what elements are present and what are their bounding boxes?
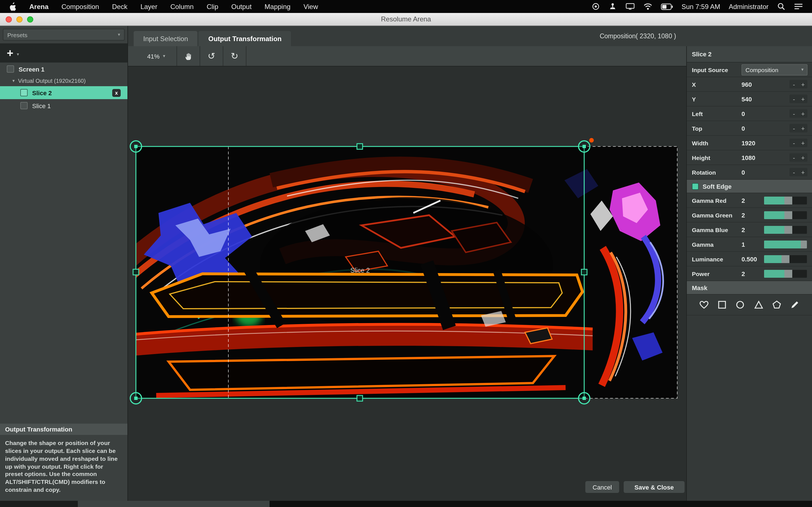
gamma-red-value[interactable]: 2 — [742, 197, 764, 204]
top-label: Top — [692, 125, 742, 131]
mask-triangle-icon[interactable] — [753, 300, 764, 310]
zoom-chevron-down-icon: ▾ — [163, 54, 165, 59]
battery-icon[interactable] — [661, 3, 673, 10]
mask-pentagon-icon[interactable] — [771, 300, 782, 310]
menu-clock[interactable]: Sun 7:59 AM — [681, 3, 720, 10]
soft-edge-header: Soft Edge — [687, 180, 812, 193]
gamma-blue-value[interactable]: 2 — [742, 226, 764, 233]
height-value[interactable]: 1080 — [742, 154, 790, 161]
notification-list-icon[interactable] — [794, 3, 803, 10]
tree-item-slice-2[interactable]: Slice 2 x — [0, 86, 128, 99]
top-value[interactable]: 0 — [742, 125, 790, 131]
input-source-value: Composition — [746, 66, 778, 73]
screen-recording-icon[interactable] — [591, 2, 600, 11]
tab-output-transformation[interactable]: Output Transformation — [199, 31, 291, 46]
gamma-label: Gamma — [692, 241, 742, 247]
gamma-green-label: Gamma Green — [692, 212, 742, 218]
output-canvas[interactable]: Slice 2 Cancel Save & Close — [128, 66, 686, 501]
save-close-button[interactable]: Save & Close — [624, 481, 684, 493]
add-chevron-down-icon[interactable]: ▾ — [17, 52, 19, 57]
increment-button[interactable]: + — [799, 153, 808, 162]
mask-pencil-icon[interactable] — [790, 300, 801, 310]
decrement-button[interactable]: - — [790, 168, 799, 176]
soft-edge-checkbox[interactable] — [692, 183, 699, 189]
wifi-icon[interactable] — [643, 3, 652, 10]
remove-slice-button[interactable]: x — [112, 89, 121, 97]
power-value[interactable]: 2 — [742, 270, 764, 277]
gamma-red-slider[interactable] — [764, 196, 807, 204]
decrement-button[interactable]: - — [790, 153, 799, 162]
menu-item-arena[interactable]: Arena — [29, 3, 49, 10]
presets-dropdown[interactable]: Presets ▾ — [3, 29, 124, 41]
add-button[interactable]: + — [7, 47, 13, 59]
tree-item-virtual-output[interactable]: ▾ Virtual Output (1920x2160) — [0, 75, 128, 86]
undo-icon: ↺ — [208, 51, 215, 61]
gamma-green-row: Gamma Green 2 — [687, 208, 812, 223]
increment-button[interactable]: + — [799, 80, 808, 89]
luminance-slider[interactable] — [764, 255, 807, 263]
background-app-strip — [0, 501, 812, 507]
gamma-green-slider[interactable] — [764, 211, 807, 219]
input-source-dropdown[interactable]: Composition ▾ — [742, 64, 808, 75]
spotlight-icon[interactable] — [777, 2, 785, 11]
increment-button[interactable]: + — [799, 124, 808, 132]
cancel-button[interactable]: Cancel — [585, 481, 619, 493]
gamma-value[interactable]: 1 — [742, 241, 764, 247]
properties-title: Slice 2 — [687, 46, 812, 62]
rotation-value[interactable]: 0 — [742, 169, 790, 175]
window-title: Resolume Arena — [0, 13, 812, 26]
decrement-button[interactable]: - — [790, 124, 799, 132]
gamma-blue-row: Gamma Blue 2 — [687, 223, 812, 237]
menu-item-view[interactable]: View — [303, 3, 318, 10]
tree-item-slice-1[interactable]: Slice 1 — [0, 99, 128, 112]
menu-item-clip[interactable]: Clip — [207, 3, 218, 10]
undo-button[interactable]: ↺ — [200, 46, 223, 66]
gamma-blue-label: Gamma Blue — [692, 226, 742, 233]
rotation-label: Rotation — [692, 169, 742, 175]
panel-top-spacer — [686, 26, 812, 46]
menu-item-mapping[interactable]: Mapping — [264, 3, 290, 10]
decrement-button[interactable]: - — [790, 138, 799, 147]
mask-heart-icon[interactable] — [698, 300, 709, 310]
sidebar-toolbar: + ▾ — [0, 43, 128, 62]
gamma-blue-slider[interactable] — [764, 226, 807, 233]
width-value[interactable]: 1920 — [742, 139, 790, 146]
gamma-green-value[interactable]: 2 — [742, 212, 764, 218]
menu-item-output[interactable]: Output — [231, 3, 252, 10]
decrement-button[interactable]: - — [790, 109, 799, 118]
disclosure-triangle-icon[interactable]: ▾ — [12, 78, 15, 83]
x-row: X 960 -+ — [687, 77, 812, 92]
luminance-value[interactable]: 0.500 — [742, 256, 764, 262]
menu-user[interactable]: Administrator — [729, 3, 769, 10]
zoom-dropdown[interactable]: 41% ▾ — [136, 46, 177, 66]
left-value[interactable]: 0 — [742, 110, 790, 117]
tab-input-selection[interactable]: Input Selection — [134, 31, 198, 46]
menu-item-layer[interactable]: Layer — [140, 3, 157, 10]
menu-item-composition[interactable]: Composition — [61, 3, 99, 10]
redo-button[interactable]: ↻ — [223, 46, 246, 66]
display-icon[interactable] — [625, 2, 635, 11]
menu-item-deck[interactable]: Deck — [112, 3, 128, 10]
gamma-slider[interactable] — [764, 240, 807, 248]
tree-item-screen-1[interactable]: Screen 1 — [0, 62, 128, 75]
y-value[interactable]: 540 — [742, 96, 790, 102]
slice-2-checkbox[interactable] — [20, 89, 28, 96]
output-tree: Screen 1 ▾ Virtual Output (1920x2160) Sl… — [0, 62, 128, 112]
pan-tool-button[interactable] — [177, 46, 200, 66]
decrement-button[interactable]: - — [790, 80, 799, 89]
width-label: Width — [692, 139, 742, 146]
power-slider[interactable] — [764, 270, 807, 277]
increment-button[interactable]: + — [799, 109, 808, 118]
increment-button[interactable]: + — [799, 95, 808, 103]
menu-item-column[interactable]: Column — [170, 3, 194, 10]
screen-1-checkbox[interactable] — [7, 65, 14, 73]
decrement-button[interactable]: - — [790, 95, 799, 103]
mask-circle-icon[interactable] — [735, 300, 746, 310]
x-value[interactable]: 960 — [742, 81, 790, 88]
increment-button[interactable]: + — [799, 168, 808, 176]
joystick-icon[interactable] — [608, 2, 617, 11]
apple-icon[interactable] — [9, 2, 16, 11]
slice-1-checkbox[interactable] — [20, 102, 28, 109]
increment-button[interactable]: + — [799, 138, 808, 147]
mask-square-icon[interactable] — [717, 300, 727, 310]
